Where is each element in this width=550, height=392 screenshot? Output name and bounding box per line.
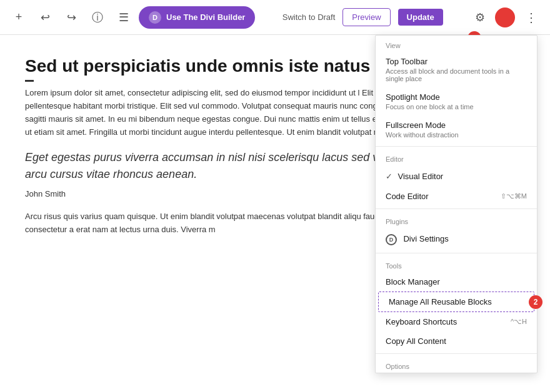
- cursor-indicator: [25, 80, 34, 82]
- toolbar-right: ⚙ 1 ⋮: [470, 6, 542, 29]
- tools-section-label: Tools: [376, 256, 537, 272]
- toolbar-center: Switch to Draft Preview Update: [260, 8, 465, 26]
- divi-builder-button[interactable]: D Use The Divi Builder: [139, 6, 255, 29]
- options-section-label: Options: [376, 356, 537, 373]
- plugins-section-label: Plugins: [376, 212, 537, 228]
- visual-editor-item[interactable]: ✓ Visual Editor: [376, 165, 537, 187]
- switch-draft-button[interactable]: Switch to Draft: [282, 12, 336, 22]
- view-section-label: View: [376, 36, 537, 52]
- avatar-wrapper: 1: [495, 7, 515, 27]
- toolbar-left: + ↩ ↪ ⓘ ☰ D Use The Divi Builder: [8, 6, 255, 29]
- top-toolbar-item[interactable]: Top Toolbar Access all block and documen…: [376, 52, 537, 87]
- list-button[interactable]: ☰: [112, 6, 135, 29]
- visual-editor-check: ✓: [386, 172, 392, 181]
- fullscreen-mode-item[interactable]: Fullscreen Mode Work without distraction: [376, 115, 537, 144]
- settings-button[interactable]: ⚙: [470, 7, 490, 27]
- avatar-button[interactable]: [495, 7, 515, 27]
- manage-reusable-blocks-item[interactable]: Manage All Reusable Blocks 2: [378, 292, 534, 312]
- divider-2: [376, 208, 537, 209]
- code-editor-item[interactable]: Code Editor ⇧⌥⌘M: [376, 187, 537, 206]
- update-button[interactable]: Update: [398, 9, 443, 26]
- keyboard-shortcut-key: ^⌥H: [511, 318, 527, 326]
- editor-section-label: Editor: [376, 149, 537, 165]
- keyboard-shortcuts-item[interactable]: Keyboard Shortcuts ^⌥H: [376, 312, 537, 331]
- add-button[interactable]: +: [8, 6, 30, 29]
- divi-settings-item[interactable]: D Divi Settings: [376, 228, 537, 250]
- divider-1: [376, 146, 537, 147]
- options-dropdown: View Top Toolbar Access all block and do…: [375, 35, 538, 373]
- block-manager-item[interactable]: Block Manager: [376, 272, 537, 292]
- code-editor-shortcut: ⇧⌥⌘M: [501, 192, 527, 200]
- preview-button[interactable]: Preview: [342, 8, 390, 26]
- redo-button[interactable]: ↪: [60, 6, 82, 29]
- undo-button[interactable]: ↩: [34, 6, 56, 29]
- info-button[interactable]: ⓘ: [86, 6, 109, 29]
- divi-builder-label: Use The Divi Builder: [166, 12, 245, 22]
- copy-all-content-item[interactable]: Copy All Content: [376, 331, 537, 351]
- divider-3: [376, 253, 537, 253]
- divi-settings-icon: D: [386, 234, 397, 245]
- divi-letter: D: [149, 11, 161, 24]
- annotation-badge-2: 2: [529, 295, 542, 309]
- divider-4: [376, 353, 537, 354]
- top-toolbar: + ↩ ↪ ⓘ ☰ D Use The Divi Builder Switch …: [0, 0, 550, 35]
- content-area: Sed ut perspiciatis unde omnis iste natu…: [0, 35, 550, 392]
- spotlight-mode-item[interactable]: Spotlight Mode Focus on one block at a t…: [376, 87, 537, 115]
- more-options-button[interactable]: ⋮: [520, 6, 542, 29]
